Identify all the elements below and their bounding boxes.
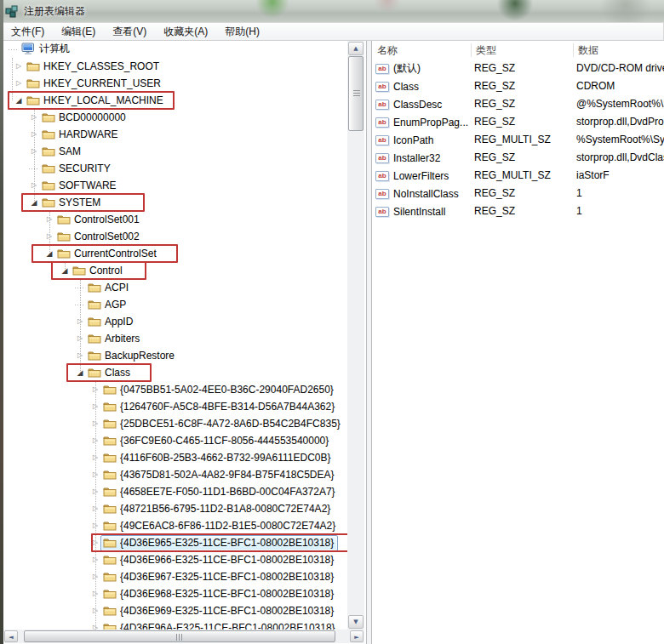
value-row[interactable]: abInstaller32REG_SZstorprop.dll,DvdClass…	[372, 149, 664, 167]
tree-node[interactable]: Control	[70, 263, 127, 279]
tree-node[interactable]: CurrentControlSet	[54, 246, 161, 262]
tree-node-selected[interactable]: {4D36E965-E325-11CE-BFC1-08002BE10318}	[100, 535, 338, 551]
value-row[interactable]: abLowerFiltersREG_MULTI_SZiaStorF	[372, 167, 664, 185]
column-separator[interactable]	[471, 43, 472, 57]
value-row[interactable]: abNoInstallClassREG_SZ1	[372, 185, 664, 202]
tree-node[interactable]: HKEY_LOCAL_MACHINE	[24, 93, 168, 109]
tree-item[interactable]: ◢HKEY_LOCAL_MACHINE	[3, 92, 347, 109]
tree-node[interactable]: SYSTEM	[39, 195, 105, 211]
tree-node[interactable]: ControlSet002	[54, 229, 144, 245]
tree-item[interactable]: ▷{4D36E965-E325-11CE-BFC1-08002BE10318}	[3, 534, 347, 551]
scroll-left-button[interactable]: ◄	[4, 630, 18, 642]
scroll-down-button[interactable]: ▼	[348, 615, 363, 629]
tree-node[interactable]: AGP	[85, 297, 130, 313]
tree-item[interactable]: ▷BCD00000000	[3, 109, 347, 126]
tree-node[interactable]: BCD00000000	[39, 110, 130, 126]
pane-splitter[interactable]	[366, 41, 372, 644]
menu-item-1[interactable]: 编辑(E)	[53, 23, 104, 40]
tree-node[interactable]: SAM	[39, 144, 85, 160]
tree-item[interactable]: ▷{0475BB51-5A02-4EE0-B36C-29040FAD2650}	[3, 381, 347, 398]
tree-item[interactable]: ▷HARDWARE	[3, 126, 347, 143]
tree-node[interactable]: 计算机	[19, 41, 74, 59]
column-header-2[interactable]: 数据	[573, 41, 664, 60]
tree-item[interactable]: ▷{36FC9E60-C465-11CF-8056-444553540000}	[3, 432, 347, 449]
expand-arrow-icon[interactable]: ▷	[14, 58, 24, 75]
tree-item[interactable]: ◢Control	[3, 262, 347, 279]
value-row[interactable]: abClassDescREG_SZ@%SystemRoot%\System32\…	[372, 95, 664, 113]
tree-item[interactable]: SECURITY	[3, 160, 347, 177]
tree-node[interactable]: {4658EE7E-F050-11D1-B6BD-00C04FA372A7}	[100, 484, 340, 500]
tree-item[interactable]: ◢Class	[3, 364, 347, 381]
tree-node[interactable]: HARDWARE	[39, 127, 123, 143]
tree-item[interactable]: ▷Arbiters	[3, 330, 347, 347]
expand-arrow-icon[interactable]: ▷	[14, 75, 24, 92]
tree-node[interactable]: {4D36E96A-E325-11CE-BFC1-08002BE10318}	[100, 620, 340, 630]
tree-node[interactable]: {49CE6AC8-6F86-11D2-B1E5-0080C72E74A2}	[100, 518, 340, 534]
column-header-0[interactable]: 名称	[372, 41, 471, 60]
tree-node[interactable]: {48721B56-6795-11D2-B1A8-0080C72E74A2}	[100, 501, 335, 517]
value-row[interactable]: abIconPathREG_MULTI_SZ%SystemRoot%\Syste…	[372, 131, 664, 149]
tree-item[interactable]: ▷{4D36E968-E325-11CE-BFC1-08002BE10318}	[3, 585, 347, 602]
value-row[interactable]: abEnumPropPag...REG_SZstorprop.dll,DvdPr…	[372, 113, 664, 131]
tree-item[interactable]: ▷BackupRestore	[3, 347, 347, 364]
tree-item[interactable]: ▷AppID	[3, 313, 347, 330]
menu-item-0[interactable]: 文件(F)	[3, 23, 53, 40]
tree-node[interactable]: {4D36E969-E325-11CE-BFC1-08002BE10318}	[100, 603, 338, 619]
tree-node[interactable]: {43675D81-502A-4A82-9F84-B75F418C5DEA}	[100, 467, 339, 483]
tree-item[interactable]: ACPI	[3, 279, 347, 296]
tree-item[interactable]: ▷{4D36E966-E325-11CE-BFC1-08002BE10318}	[3, 551, 347, 568]
tree-node[interactable]: SOFTWARE	[39, 178, 121, 194]
collapse-arrow-icon[interactable]: ◢	[14, 92, 24, 109]
tree-item[interactable]: ◢SYSTEM	[3, 194, 347, 211]
scroll-up-button[interactable]: ▲	[348, 42, 363, 55]
tree-node[interactable]: HKEY_CLASSES_ROOT	[24, 59, 163, 75]
tree-item[interactable]: ◢CurrentControlSet	[3, 245, 347, 262]
tree-node[interactable]: Class	[85, 365, 135, 381]
tree-horizontal-scrollbar[interactable]: ◄ ►	[3, 630, 364, 643]
tree-item[interactable]: ▷SAM	[3, 143, 347, 160]
tree-item[interactable]: ▷{4658EE7E-F050-11D1-B6BD-00C04FA372A7}	[3, 483, 347, 500]
value-row[interactable]: abClassREG_SZCDROM	[372, 77, 664, 95]
tree-item[interactable]: ▷ControlSet001	[3, 211, 347, 228]
tree-node[interactable]: BackupRestore	[85, 348, 179, 364]
tree-node[interactable]: {0475BB51-5A02-4EE0-B36C-29040FAD2650}	[100, 382, 338, 398]
value-row[interactable]: ab(默认)REG_SZDVD/CD-ROM drives	[372, 60, 664, 77]
tree-node[interactable]: HKEY_CURRENT_USER	[24, 76, 165, 92]
tree-item[interactable]: 计算机	[3, 41, 347, 58]
column-separator[interactable]	[573, 43, 574, 57]
tree-item[interactable]: ▷{25DBCE51-6C8F-4A72-8A6D-B54C2B4FC835}	[3, 415, 347, 432]
menu-item-3[interactable]: 收藏夹(A)	[155, 23, 216, 40]
tree-item[interactable]: ▷SOFTWARE	[3, 177, 347, 194]
tree-item[interactable]: ▷{4D36E96A-E325-11CE-BFC1-08002BE10318}	[3, 619, 347, 630]
tree-node[interactable]: SECURITY	[39, 161, 115, 177]
tree-item[interactable]: ▷HKEY_CLASSES_ROOT	[3, 58, 347, 75]
vertical-scroll-thumb[interactable]	[348, 56, 363, 131]
scroll-right-button[interactable]: ►	[350, 630, 363, 642]
tree-node[interactable]: {36FC9E60-C465-11CF-8056-444553540000}	[100, 433, 333, 449]
tree-node[interactable]: Arbiters	[85, 331, 144, 347]
tree-node[interactable]: ACPI	[85, 280, 133, 296]
tree-item[interactable]: ▷HKEY_CURRENT_USER	[3, 75, 347, 92]
tree-item[interactable]: AGP	[3, 296, 347, 313]
tree-item[interactable]: ▷{48721B56-6795-11D2-B1A8-0080C72E74A2}	[3, 500, 347, 517]
tree-item[interactable]: ▷{4D36E969-E325-11CE-BFC1-08002BE10318}	[3, 602, 347, 619]
tree-node[interactable]: ControlSet001	[54, 212, 144, 228]
tree-node[interactable]: {4D36E966-E325-11CE-BFC1-08002BE10318}	[100, 552, 338, 568]
tree-node[interactable]: {4D36E967-E325-11CE-BFC1-08002BE10318}	[100, 569, 338, 585]
tree-node[interactable]: AppID	[85, 314, 137, 330]
menu-item-2[interactable]: 查看(V)	[104, 23, 155, 40]
tree-item[interactable]: ▷{49CE6AC8-6F86-11D2-B1E5-0080C72E74A2}	[3, 517, 347, 534]
value-row[interactable]: abSilentInstallREG_SZ1	[372, 202, 664, 220]
tree-node[interactable]: {4D36E968-E325-11CE-BFC1-08002BE10318}	[100, 586, 338, 602]
tree-item[interactable]: ▷{4116F60B-25B3-4662-B732-99A6111EDC0B}	[3, 449, 347, 466]
tree-item[interactable]: ▷ControlSet002	[3, 228, 347, 245]
menu-item-4[interactable]: 帮助(H)	[216, 23, 268, 40]
tree-item[interactable]: ▷{4D36E967-E325-11CE-BFC1-08002BE10318}	[3, 568, 347, 585]
tree-item[interactable]: ▷{1264760F-A5C8-4BFE-B314-D56A7B44A362}	[3, 398, 347, 415]
tree-node[interactable]: {25DBCE51-6C8F-4A72-8A6D-B54C2B4FC835}	[100, 416, 345, 432]
tree-node[interactable]: {4116F60B-25B3-4662-B732-99A6111EDC0B}	[100, 450, 335, 466]
column-header-1[interactable]: 类型	[471, 41, 573, 60]
tree-node[interactable]: {1264760F-A5C8-4BFE-B314-D56A7B44A362}	[100, 399, 339, 415]
tree-item[interactable]: ▷{43675D81-502A-4A82-9F84-B75F418C5DEA}	[3, 466, 347, 483]
horizontal-scroll-thumb[interactable]	[24, 630, 335, 642]
